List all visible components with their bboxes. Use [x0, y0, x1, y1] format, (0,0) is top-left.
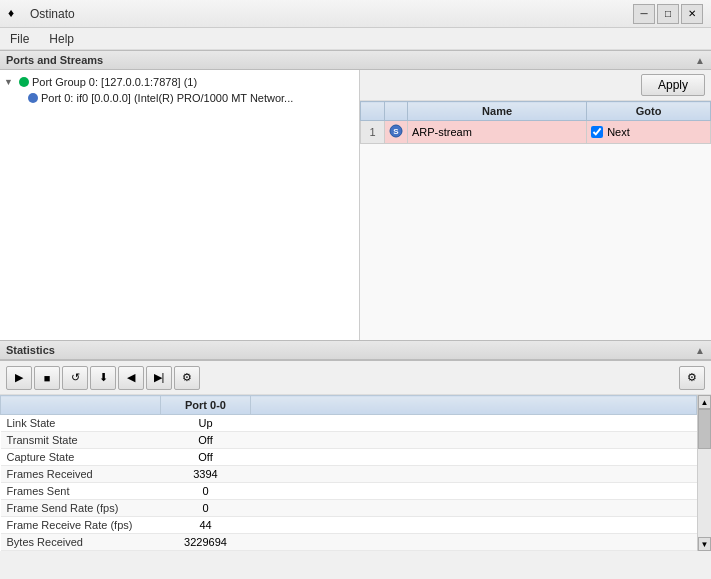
- port-item[interactable]: Port 0: if0 [0.0.0.0] (Intel(R) PRO/1000…: [0, 90, 359, 106]
- table-row: 1 S ARP-stream Next: [361, 121, 711, 144]
- streams-data-table: Name Goto 1 S ARP-stream: [360, 101, 711, 144]
- stats-row: Frame Send Rate (fps) 0: [1, 500, 697, 517]
- stream-row-icon: S: [385, 121, 408, 144]
- stat-label-cell: Transmit State: [1, 432, 161, 449]
- streams-panel: Apply Name Goto 1: [360, 70, 711, 340]
- goto-checkbox[interactable]: [591, 126, 603, 138]
- col-name-header: Name: [408, 102, 587, 121]
- stat-value-cell: 0: [161, 483, 251, 500]
- col-goto-header: Goto: [587, 102, 711, 121]
- ports-streams-header: Ports and Streams ▲: [0, 50, 711, 70]
- stat-label-cell: Frame Receive Rate (fps): [1, 517, 161, 534]
- col-num-header: [361, 102, 385, 121]
- ports-streams-label: Ports and Streams: [6, 54, 103, 66]
- stat-value-cell: 3394: [161, 466, 251, 483]
- statistics-header: Statistics ▲: [0, 340, 711, 360]
- port-group-status-icon: [19, 77, 29, 87]
- stats-settings-button[interactable]: ⚙: [174, 366, 200, 390]
- stats-row: Frames Received 3394: [1, 466, 697, 483]
- stats-extra-header: [251, 396, 697, 415]
- stat-label-cell: Frames Sent: [1, 483, 161, 500]
- minimize-button[interactable]: ─: [633, 4, 655, 24]
- port-group-item[interactable]: ▼ Port Group 0: [127.0.0.1:7878] (1): [0, 74, 359, 90]
- apply-bar: Apply: [360, 70, 711, 101]
- scroll-thumb[interactable]: [698, 409, 711, 449]
- tree-panel: ▼ Port Group 0: [127.0.0.1:7878] (1) Por…: [0, 70, 360, 340]
- stats-row: Link State Up: [1, 415, 697, 432]
- scroll-up-arrow[interactable]: ▲: [698, 395, 711, 409]
- stats-play-button[interactable]: ▶: [6, 366, 32, 390]
- stats-content: Port 0-0 Link State Up Transmit State Of…: [0, 395, 711, 551]
- stat-extra-cell: [251, 432, 697, 449]
- menu-help[interactable]: Help: [45, 30, 78, 48]
- stats-stop-button[interactable]: ■: [34, 366, 60, 390]
- stat-value-cell: 0: [161, 500, 251, 517]
- stats-prev-button[interactable]: ◀: [118, 366, 144, 390]
- app-title: Ostinato: [30, 7, 75, 21]
- stat-extra-cell: [251, 449, 697, 466]
- col-icon-header: [385, 102, 408, 121]
- stat-label-cell: Bytes Received: [1, 534, 161, 551]
- scroll-down-arrow[interactable]: ▼: [698, 537, 711, 551]
- stats-data-table: Port 0-0 Link State Up Transmit State Of…: [0, 395, 697, 551]
- tree-arrow-expand: ▼: [4, 77, 16, 87]
- stats-table-container: Port 0-0 Link State Up Transmit State Of…: [0, 395, 697, 551]
- stat-extra-cell: [251, 415, 697, 432]
- app-icon: ♦: [8, 6, 24, 22]
- window-controls: ─ □ ✕: [633, 4, 703, 24]
- menu-file[interactable]: File: [6, 30, 33, 48]
- statistics-toggle[interactable]: ▲: [695, 345, 705, 356]
- stat-extra-cell: [251, 483, 697, 500]
- ports-streams-section: ▼ Port Group 0: [127.0.0.1:7878] (1) Por…: [0, 70, 711, 340]
- maximize-button[interactable]: □: [657, 4, 679, 24]
- stat-extra-cell: [251, 517, 697, 534]
- stat-extra-cell: [251, 466, 697, 483]
- stats-refresh-button[interactable]: ↺: [62, 366, 88, 390]
- stat-label-cell: Link State: [1, 415, 161, 432]
- stats-label-header: [1, 396, 161, 415]
- stream-name: ARP-stream: [408, 121, 587, 144]
- stats-download-button[interactable]: ⬇: [90, 366, 116, 390]
- stat-value-cell: 44: [161, 517, 251, 534]
- stat-label-cell: Frame Send Rate (fps): [1, 500, 161, 517]
- stats-row: Frames Sent 0: [1, 483, 697, 500]
- stats-row: Bytes Received 3229694: [1, 534, 697, 551]
- stream-icon: S: [389, 124, 403, 138]
- port-group-label: Port Group 0: [127.0.0.1:7878] (1): [32, 76, 197, 88]
- stat-value-cell: 3229694: [161, 534, 251, 551]
- stats-config-button[interactable]: ⚙: [679, 366, 705, 390]
- stats-toolbar: ▶ ■ ↺ ⬇ ◀ ▶| ⚙ ⚙: [0, 361, 711, 395]
- stream-goto: Next: [587, 121, 711, 144]
- menu-bar: File Help: [0, 28, 711, 50]
- statistics-label: Statistics: [6, 344, 55, 356]
- stats-row: Capture State Off: [1, 449, 697, 466]
- stat-extra-cell: [251, 534, 697, 551]
- stat-label-cell: Frames Received: [1, 466, 161, 483]
- stat-extra-cell: [251, 500, 697, 517]
- stat-value-cell: Up: [161, 415, 251, 432]
- apply-button[interactable]: Apply: [641, 74, 705, 96]
- close-button[interactable]: ✕: [681, 4, 703, 24]
- scroll-track: [698, 409, 711, 537]
- stats-next-button[interactable]: ▶|: [146, 366, 172, 390]
- stat-value-cell: Off: [161, 449, 251, 466]
- goto-label: Next: [607, 126, 630, 138]
- stats-row: Transmit State Off: [1, 432, 697, 449]
- svg-text:S: S: [393, 127, 399, 136]
- ports-streams-toggle[interactable]: ▲: [695, 55, 705, 66]
- stats-row: Frame Receive Rate (fps) 44: [1, 517, 697, 534]
- title-bar: ♦ Ostinato ─ □ ✕: [0, 0, 711, 28]
- port-label: Port 0: if0 [0.0.0.0] (Intel(R) PRO/1000…: [41, 92, 293, 104]
- stat-value-cell: Off: [161, 432, 251, 449]
- stream-row-num: 1: [361, 121, 385, 144]
- stats-scrollbar[interactable]: ▲ ▼: [697, 395, 711, 551]
- port-status-icon: [28, 93, 38, 103]
- stats-value-header: Port 0-0: [161, 396, 251, 415]
- streams-table: Name Goto 1 S ARP-stream: [360, 101, 711, 340]
- stat-label-cell: Capture State: [1, 449, 161, 466]
- statistics-section: ▶ ■ ↺ ⬇ ◀ ▶| ⚙ ⚙ Port 0-0 Link State Up: [0, 360, 711, 551]
